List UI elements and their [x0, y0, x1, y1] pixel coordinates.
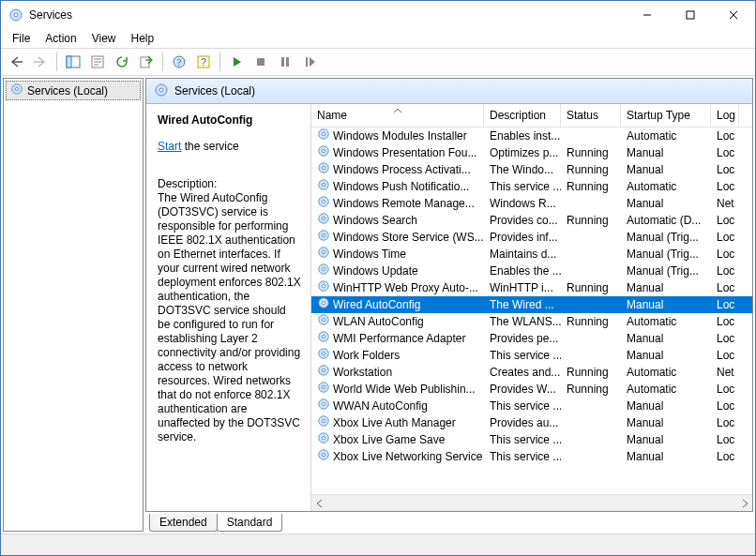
- result-pane: Services (Local) Wired AutoConfig Start …: [145, 78, 753, 512]
- scroll-right-button[interactable]: [736, 495, 752, 511]
- service-logon-cell: Loc: [711, 263, 739, 279]
- service-row[interactable]: Windows TimeMaintains d...Manual (Trig..…: [311, 246, 752, 263]
- service-row[interactable]: Windows Modules InstallerEnables inst...…: [311, 128, 752, 144]
- service-row[interactable]: Xbox Live Game SaveThis service ...Manua…: [311, 431, 752, 448]
- service-name-cell: Workstation: [333, 364, 392, 381]
- svg-point-22: [322, 149, 325, 153]
- detail-pane: Wired AutoConfig Start the service Descr…: [146, 104, 311, 511]
- pane-header-title: Services (Local): [174, 84, 255, 98]
- service-row[interactable]: WLAN AutoConfigThe WLANS...RunningAutoma…: [311, 313, 752, 330]
- menu-help[interactable]: Help: [126, 30, 160, 47]
- service-icon: [317, 178, 330, 195]
- service-row[interactable]: Windows Presentation Fou...Optimizes p..…: [311, 144, 752, 161]
- column-header-description[interactable]: Description: [484, 104, 561, 127]
- toolbar-back-button[interactable]: [5, 51, 27, 73]
- tree-item-services-local[interactable]: Services (Local): [6, 81, 141, 100]
- toolbar-separator: [56, 53, 57, 71]
- column-header-status[interactable]: Status: [561, 104, 621, 127]
- service-startup-cell: Automatic: [621, 381, 711, 398]
- service-icon: [317, 279, 330, 296]
- service-name-cell: World Wide Web Publishin...: [333, 381, 476, 398]
- toolbar-help-button[interactable]: ?: [168, 51, 190, 73]
- service-status-cell: [561, 330, 621, 347]
- service-name-cell: Windows Push Notificatio...: [333, 178, 469, 195]
- window-minimize-button[interactable]: [626, 1, 669, 29]
- svg-rect-11: [257, 58, 265, 66]
- service-description-cell: Creates and...: [484, 364, 561, 381]
- toolbar-start-service-button[interactable]: [225, 51, 248, 73]
- service-logon-cell: Loc: [711, 229, 739, 246]
- svg-point-52: [322, 402, 325, 406]
- menubar: File Action View Help: [1, 29, 755, 48]
- service-name-cell: Windows Remote Manage...: [333, 195, 475, 212]
- service-description-cell: Provides inf...: [484, 229, 561, 246]
- window-maximize-button[interactable]: [669, 1, 712, 29]
- tab-standard[interactable]: Standard: [217, 514, 283, 532]
- service-name-cell: Windows Search: [333, 212, 417, 229]
- toolbar-export-button[interactable]: [135, 51, 158, 73]
- detail-start-link[interactable]: Start: [158, 140, 181, 153]
- service-description-cell: The Windo...: [484, 161, 561, 178]
- horizontal-scrollbar[interactable]: [311, 494, 752, 511]
- service-row[interactable]: Work FoldersThis service ...ManualLoc: [311, 347, 752, 364]
- service-icon: [317, 296, 330, 313]
- tab-extended[interactable]: Extended: [149, 514, 218, 532]
- toolbar-refresh-button[interactable]: [111, 51, 133, 73]
- service-name-cell: Xbox Live Networking Service: [333, 448, 482, 465]
- service-startup-cell: Manual: [621, 398, 711, 414]
- list-rows[interactable]: Windows Modules InstallerEnables inst...…: [311, 128, 752, 494]
- tree-item-label: Services (Local): [27, 84, 108, 98]
- svg-text:?: ?: [177, 57, 182, 68]
- service-row[interactable]: Xbox Live Networking ServiceThis service…: [311, 448, 752, 465]
- menu-view[interactable]: View: [86, 30, 122, 47]
- service-row[interactable]: Windows SearchProvides co...RunningAutom…: [311, 212, 752, 229]
- service-row[interactable]: Windows UpdateEnables the ...Manual (Tri…: [311, 263, 752, 279]
- service-row[interactable]: WinHTTP Web Proxy Auto-...WinHTTP i...Ru…: [311, 279, 752, 296]
- window-close-button[interactable]: [712, 1, 755, 29]
- service-row[interactable]: WWAN AutoConfigThis service ...ManualLoc: [311, 398, 752, 414]
- menu-file[interactable]: File: [7, 30, 36, 47]
- service-row[interactable]: WorkstationCreates and...RunningAutomati…: [311, 364, 752, 381]
- service-row[interactable]: Windows Store Service (WS...Provides inf…: [311, 229, 752, 246]
- toolbar: ? ?: [1, 48, 755, 76]
- toolbar-separator: [162, 53, 163, 71]
- service-row[interactable]: Xbox Live Auth ManagerProvides au...Manu…: [311, 414, 752, 431]
- service-logon-cell: Loc: [711, 313, 739, 330]
- service-list-pane: Name Description Status Startup Type Log…: [311, 104, 752, 511]
- toolbar-help2-button[interactable]: ?: [192, 51, 215, 73]
- service-icon: [317, 414, 330, 431]
- service-icon: [317, 313, 330, 330]
- toolbar-stop-service-button[interactable]: [249, 51, 272, 73]
- column-header-logon-as[interactable]: Log: [711, 104, 739, 127]
- statusbar: [1, 533, 755, 555]
- service-description-cell: The WLANS...: [484, 313, 561, 330]
- service-row[interactable]: Wired AutoConfigThe Wired ...ManualLoc: [311, 296, 752, 313]
- service-icon: [317, 448, 330, 465]
- services-app-icon: [8, 8, 23, 23]
- service-row[interactable]: WMI Performance AdapterProvides pe...Man…: [311, 330, 752, 347]
- service-row[interactable]: Windows Push Notificatio...This service …: [311, 178, 752, 195]
- toolbar-properties-button[interactable]: [86, 51, 109, 73]
- toolbar-forward-button[interactable]: [29, 51, 52, 73]
- scroll-left-button[interactable]: [311, 495, 327, 511]
- service-row[interactable]: World Wide Web Publishin...Provides W...…: [311, 381, 752, 398]
- column-header-name[interactable]: Name: [311, 104, 484, 127]
- service-row[interactable]: Windows Process Activati...The Windo...R…: [311, 161, 752, 178]
- svg-point-34: [322, 250, 325, 254]
- toolbar-restart-service-button[interactable]: [298, 51, 321, 73]
- service-name-cell: Work Folders: [333, 347, 400, 364]
- toolbar-show-hide-tree-button[interactable]: [62, 51, 84, 73]
- service-logon-cell: Loc: [711, 448, 739, 465]
- toolbar-pause-service-button[interactable]: [274, 51, 296, 73]
- console-tree-pane[interactable]: Services (Local): [3, 78, 144, 532]
- service-icon: [317, 195, 330, 212]
- column-header-startup-type[interactable]: Startup Type: [621, 104, 711, 127]
- service-startup-cell: Manual: [621, 330, 711, 347]
- svg-point-30: [322, 217, 325, 220]
- titlebar: Services: [1, 1, 755, 29]
- service-logon-cell: Loc: [711, 178, 739, 195]
- scroll-track[interactable]: [327, 495, 736, 511]
- menu-action[interactable]: Action: [39, 30, 82, 47]
- service-startup-cell: Manual: [621, 414, 711, 431]
- service-row[interactable]: Windows Remote Manage...Windows R...Manu…: [311, 195, 752, 212]
